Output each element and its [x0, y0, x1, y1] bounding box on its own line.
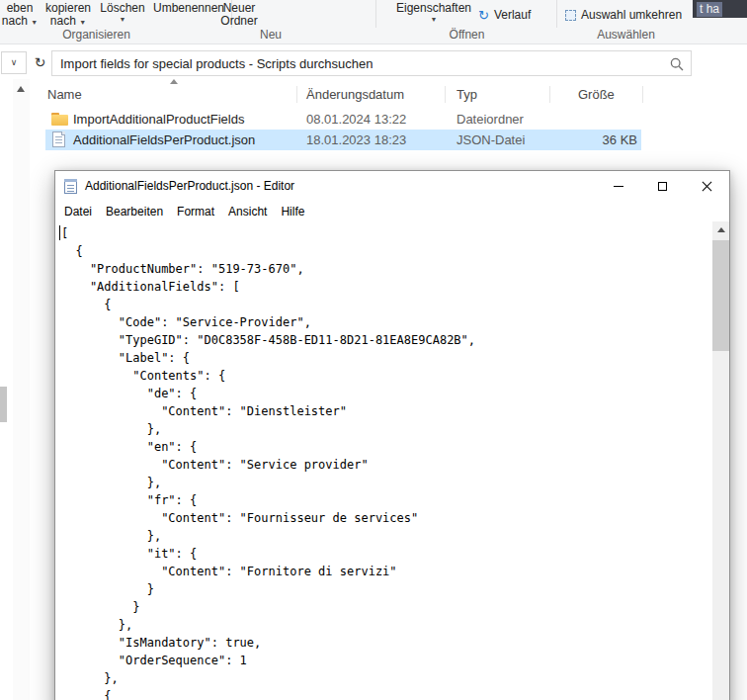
group-separator [375, 0, 376, 28]
ribbon-group-open: Öffnen [375, 28, 558, 42]
ribbon-group-organize: Organisieren [0, 28, 193, 42]
code-line: "Content": "Fornitore di servizi" [61, 563, 712, 580]
window-edge-fragment [0, 387, 7, 422]
code-line: }, [61, 527, 712, 545]
window-controls [596, 171, 729, 201]
delete-label: Löschen [97, 2, 148, 15]
new-folder-label-bottom: Ordner [211, 15, 267, 28]
maximize-button[interactable] [640, 171, 685, 201]
navigation-pane-scrollbar[interactable] [13, 79, 30, 700]
code-line: "OrderSequence": 1 [61, 652, 712, 669]
column-header-date[interactable]: Änderungsdatum [306, 84, 445, 106]
chevron-down-icon: ∨ [11, 57, 18, 67]
column-header-name[interactable]: Name [47, 84, 294, 106]
maximize-icon [658, 182, 667, 191]
code-line: } [61, 598, 712, 616]
code-line: "ProductNumber": "519-73-670", [61, 260, 712, 278]
properties-button[interactable]: Eigenschaften ▼ [387, 2, 480, 24]
code-line: "it": { [61, 545, 712, 563]
column-separator[interactable] [445, 86, 446, 103]
chevron-down-icon: ▼ [97, 15, 148, 24]
search-box [51, 50, 692, 76]
invert-selection-icon [565, 10, 576, 21]
code-line: "IsMandatory": true, [61, 634, 712, 652]
address-dropdown-button[interactable]: ∨ [1, 51, 27, 74]
file-date: 08.01.2024 13:22 [306, 109, 406, 130]
code-line: "Content": "Service provider" [61, 456, 712, 474]
copy-to-button[interactable]: kopieren nach ▼ [40, 2, 97, 29]
close-icon [702, 181, 712, 192]
notepad-window: AdditionalFieldsPerProduct.json - Editor… [54, 170, 730, 700]
file-type: JSON-Datei [456, 130, 525, 150]
notepad-titlebar[interactable]: AdditionalFieldsPerProduct.json - Editor [55, 171, 729, 201]
code-line: "fr": { [61, 491, 712, 509]
invert-selection-button[interactable]: Auswahl umkehren [565, 8, 682, 22]
scrollbar-up-icon[interactable] [17, 86, 25, 92]
code-line: }, [61, 669, 712, 687]
code-line: "Content": "Dienstleister" [61, 402, 712, 420]
menu-bearbeiten[interactable]: Bearbeiten [99, 202, 170, 221]
delete-button[interactable]: Löschen ▼ [97, 2, 148, 24]
menu-datei[interactable]: Datei [57, 202, 99, 221]
background-window-fragment[interactable]: t ha [693, 0, 747, 18]
code-line: }, [61, 474, 712, 491]
code-line: { [61, 242, 712, 260]
ribbon-group-select: Auswählen [560, 28, 692, 42]
search-icon [670, 57, 684, 71]
copy-to-label-bottom: nach ▼ [40, 15, 97, 29]
menu-format[interactable]: Format [170, 202, 221, 221]
json-file-icon [52, 131, 65, 147]
group-separator [556, 0, 557, 28]
history-label: Verlauf [494, 8, 531, 22]
code-line: { [61, 687, 712, 700]
notepad-text-area[interactable]: [ { "ProductNumber": "519-73-670", "Addi… [56, 221, 712, 700]
chevron-down-icon: ▼ [31, 19, 38, 26]
minimize-button[interactable] [596, 171, 640, 201]
menu-hilfe[interactable]: Hilfe [274, 202, 311, 221]
file-name: AdditionalFieldsPerProduct.json [73, 130, 255, 150]
code-line: "TypeGID": "D0C8358F-458B-ED11-8D21-81EA… [61, 331, 712, 349]
code-line: "Content": "Fournisseur de services" [61, 509, 712, 527]
notepad-icon [64, 179, 77, 194]
code-line: { [61, 296, 712, 313]
notepad-menubar: Datei Bearbeiten Format Ansicht Hilfe [55, 201, 729, 221]
history-button[interactable]: ↻ Verlauf [478, 8, 531, 22]
move-to-button[interactable]: eben nach ▼ [0, 2, 40, 29]
scrollbar-up-button[interactable] [712, 221, 729, 238]
minimize-icon [614, 186, 623, 187]
file-size: 36 KB [543, 130, 637, 150]
folder-icon [51, 113, 68, 126]
chevron-down-icon: ▼ [387, 15, 480, 24]
refresh-icon: ↻ [35, 54, 46, 70]
scrollbar-up-icon [717, 227, 725, 232]
explorer-ribbon: eben nach ▼ kopieren nach ▼ Löschen ▼ Um… [0, 0, 747, 44]
file-row-folder[interactable]: ImportAdditionalProductFields 08.01.2024… [45, 109, 641, 130]
notepad-scrollbar[interactable] [712, 221, 729, 700]
code-line: "de": { [61, 385, 712, 402]
code-line: }, [61, 616, 712, 634]
column-separator[interactable] [549, 86, 550, 103]
column-separator[interactable] [296, 86, 297, 103]
invert-selection-label: Auswahl umkehren [581, 8, 682, 22]
column-header-type[interactable]: Typ [456, 84, 550, 106]
search-input[interactable] [52, 51, 691, 75]
code-line: } [61, 580, 712, 598]
scrollbar-thumb[interactable] [712, 240, 729, 351]
menu-ansicht[interactable]: Ansicht [221, 202, 274, 221]
refresh-button[interactable]: ↻ [30, 51, 50, 74]
column-separator[interactable] [642, 86, 643, 103]
code-line: "AdditionalFields": [ [61, 278, 712, 296]
code-line: "en": { [61, 438, 712, 456]
file-name: ImportAdditionalProductFields [73, 109, 244, 130]
code-line: "Contents": { [61, 367, 712, 385]
column-header-size[interactable]: Größe [578, 84, 637, 106]
history-icon: ↻ [478, 9, 489, 22]
close-button[interactable] [685, 171, 729, 201]
desktop-screen: eben nach ▼ kopieren nach ▼ Löschen ▼ Um… [0, 0, 747, 700]
code-line: "Label": { [61, 349, 712, 367]
new-folder-button[interactable]: Neuer Ordner [211, 2, 267, 28]
ribbon-group-new: Neu [211, 28, 330, 42]
file-row-json[interactable]: AdditionalFieldsPerProduct.json 18.01.20… [45, 130, 641, 150]
background-window-text: t ha [697, 2, 722, 17]
properties-label: Eigenschaften [387, 2, 480, 15]
